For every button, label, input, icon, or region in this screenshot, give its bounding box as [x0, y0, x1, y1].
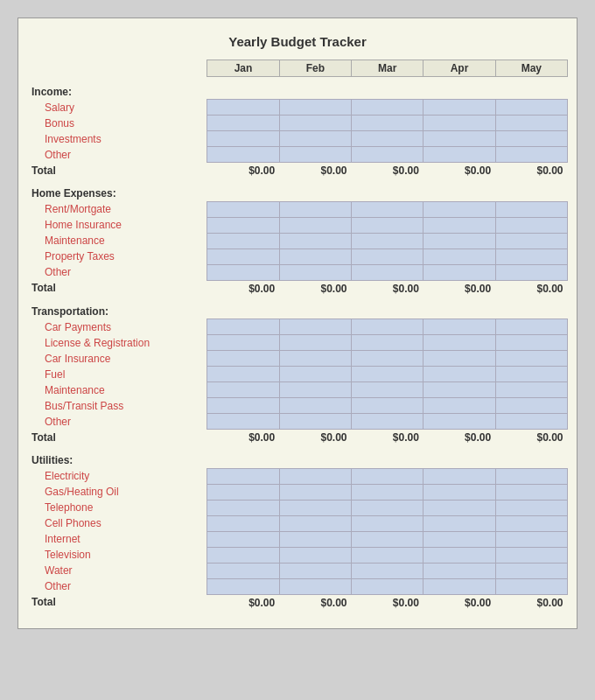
input-cell-3-5-1[interactable] [279, 547, 351, 563]
input-cell-3-1-0[interactable] [207, 484, 279, 500]
input-cell-1-2-2[interactable] [351, 233, 423, 248]
input-cell-3-2-0[interactable] [207, 500, 279, 515]
input-cell-1-3-0[interactable] [207, 248, 279, 264]
input-cell-3-1-3[interactable] [424, 484, 495, 500]
input-cell-0-2-4[interactable] [495, 131, 567, 147]
input-cell-3-1-2[interactable] [351, 484, 423, 500]
input-cell-3-4-4[interactable] [495, 531, 567, 547]
input-cell-2-3-0[interactable] [207, 367, 279, 382]
input-cell-3-1-1[interactable] [279, 484, 351, 500]
input-cell-2-3-3[interactable] [424, 367, 495, 382]
input-cell-0-2-1[interactable] [279, 131, 351, 147]
input-cell-2-4-3[interactable] [424, 382, 495, 398]
input-cell-3-3-0[interactable] [207, 515, 279, 531]
input-cell-2-4-0[interactable] [207, 382, 279, 398]
input-cell-2-5-1[interactable] [279, 398, 351, 414]
input-cell-3-2-2[interactable] [351, 500, 423, 515]
input-cell-3-3-3[interactable] [424, 515, 495, 531]
input-cell-0-0-3[interactable] [424, 100, 495, 116]
input-cell-1-2-3[interactable] [424, 233, 495, 248]
input-cell-1-2-0[interactable] [207, 233, 279, 248]
input-cell-0-3-2[interactable] [351, 147, 423, 163]
input-cell-0-1-3[interactable] [424, 116, 495, 131]
input-cell-2-0-2[interactable] [351, 319, 423, 335]
input-cell-3-5-2[interactable] [351, 547, 423, 563]
input-cell-1-3-2[interactable] [351, 248, 423, 264]
input-cell-1-0-4[interactable] [495, 201, 567, 217]
input-cell-3-3-1[interactable] [279, 515, 351, 531]
input-cell-3-4-1[interactable] [279, 531, 351, 547]
input-cell-3-2-4[interactable] [495, 500, 567, 515]
input-cell-2-1-1[interactable] [279, 335, 351, 351]
input-cell-3-6-4[interactable] [495, 563, 567, 578]
input-cell-3-6-1[interactable] [279, 563, 351, 578]
input-cell-1-1-4[interactable] [495, 217, 567, 233]
input-cell-3-7-1[interactable] [279, 578, 351, 594]
input-cell-0-1-4[interactable] [495, 116, 567, 131]
input-cell-0-2-2[interactable] [351, 131, 423, 147]
input-cell-3-0-4[interactable] [495, 468, 567, 484]
input-cell-2-0-4[interactable] [495, 319, 567, 335]
input-cell-3-5-3[interactable] [424, 547, 495, 563]
input-cell-2-2-4[interactable] [495, 351, 567, 367]
input-cell-1-4-2[interactable] [351, 264, 423, 280]
input-cell-1-0-3[interactable] [424, 201, 495, 217]
input-cell-2-2-1[interactable] [279, 351, 351, 367]
input-cell-0-1-0[interactable] [207, 116, 279, 131]
input-cell-2-0-3[interactable] [424, 319, 495, 335]
input-cell-3-7-0[interactable] [207, 578, 279, 594]
input-cell-3-7-3[interactable] [424, 578, 495, 594]
input-cell-2-4-1[interactable] [279, 382, 351, 398]
input-cell-0-1-2[interactable] [351, 116, 423, 131]
input-cell-1-0-2[interactable] [351, 201, 423, 217]
input-cell-1-3-1[interactable] [279, 248, 351, 264]
input-cell-3-3-2[interactable] [351, 515, 423, 531]
input-cell-3-4-3[interactable] [424, 531, 495, 547]
input-cell-3-6-2[interactable] [351, 563, 423, 578]
input-cell-0-2-0[interactable] [207, 131, 279, 147]
input-cell-1-3-4[interactable] [495, 248, 567, 264]
input-cell-3-2-3[interactable] [424, 500, 495, 515]
input-cell-2-6-4[interactable] [495, 414, 567, 430]
input-cell-2-1-3[interactable] [424, 335, 495, 351]
input-cell-2-1-2[interactable] [351, 335, 423, 351]
input-cell-0-3-1[interactable] [279, 147, 351, 163]
input-cell-3-5-0[interactable] [207, 547, 279, 563]
input-cell-3-0-2[interactable] [351, 468, 423, 484]
input-cell-2-1-4[interactable] [495, 335, 567, 351]
input-cell-0-0-4[interactable] [495, 100, 567, 116]
input-cell-3-7-2[interactable] [351, 578, 423, 594]
input-cell-1-4-3[interactable] [424, 264, 495, 280]
input-cell-3-2-1[interactable] [279, 500, 351, 515]
input-cell-2-0-0[interactable] [207, 319, 279, 335]
input-cell-2-1-0[interactable] [207, 335, 279, 351]
input-cell-1-1-3[interactable] [424, 217, 495, 233]
input-cell-3-1-4[interactable] [495, 484, 567, 500]
input-cell-3-5-4[interactable] [495, 547, 567, 563]
input-cell-1-2-4[interactable] [495, 233, 567, 248]
input-cell-1-3-3[interactable] [424, 248, 495, 264]
input-cell-2-0-1[interactable] [279, 319, 351, 335]
input-cell-3-4-2[interactable] [351, 531, 423, 547]
input-cell-1-4-4[interactable] [495, 264, 567, 280]
input-cell-3-0-3[interactable] [424, 468, 495, 484]
input-cell-1-1-2[interactable] [351, 217, 423, 233]
input-cell-2-4-2[interactable] [351, 382, 423, 398]
input-cell-2-3-1[interactable] [279, 367, 351, 382]
input-cell-2-2-2[interactable] [351, 351, 423, 367]
input-cell-1-1-1[interactable] [279, 217, 351, 233]
input-cell-2-6-3[interactable] [424, 414, 495, 430]
input-cell-3-6-0[interactable] [207, 563, 279, 578]
input-cell-0-0-0[interactable] [207, 100, 279, 116]
input-cell-1-2-1[interactable] [279, 233, 351, 248]
input-cell-3-0-0[interactable] [207, 468, 279, 484]
input-cell-0-3-3[interactable] [424, 147, 495, 163]
input-cell-2-3-4[interactable] [495, 367, 567, 382]
input-cell-0-3-0[interactable] [207, 147, 279, 163]
input-cell-2-3-2[interactable] [351, 367, 423, 382]
input-cell-3-0-1[interactable] [279, 468, 351, 484]
input-cell-2-5-4[interactable] [495, 398, 567, 414]
input-cell-0-3-4[interactable] [495, 147, 567, 163]
input-cell-1-0-0[interactable] [207, 201, 279, 217]
input-cell-2-6-1[interactable] [279, 414, 351, 430]
